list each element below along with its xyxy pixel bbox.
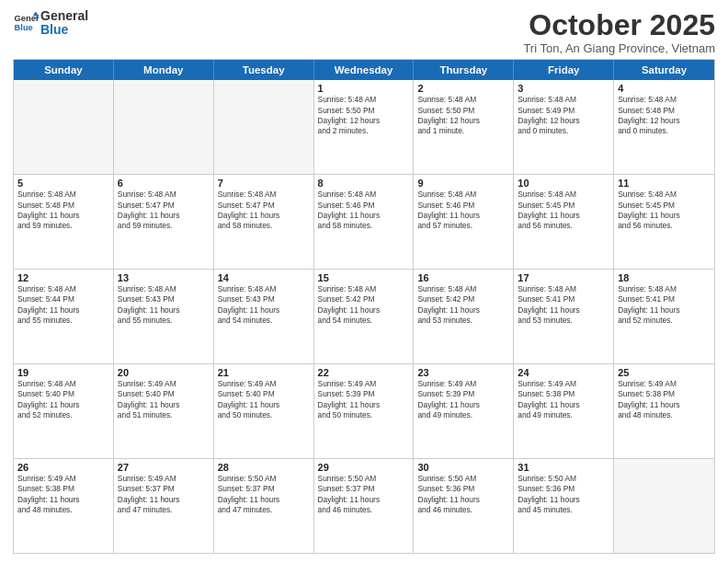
day-number: 5 [17,178,109,189]
header-day-tuesday: Tuesday [214,60,314,80]
calendar-cell: 15Sunrise: 5:48 AM Sunset: 5:42 PM Dayli… [314,270,415,363]
calendar-body: 1Sunrise: 5:48 AM Sunset: 5:50 PM Daylig… [14,80,714,553]
day-number: 18 [618,272,711,283]
day-details: Sunrise: 5:48 AM Sunset: 5:43 PM Dayligh… [218,284,310,326]
day-details: Sunrise: 5:48 AM Sunset: 5:48 PM Dayligh… [17,190,109,231]
day-number: 20 [118,367,210,378]
calendar-cell: 22Sunrise: 5:49 AM Sunset: 5:39 PM Dayli… [314,364,415,458]
day-details: Sunrise: 5:49 AM Sunset: 5:38 PM Dayligh… [518,379,609,420]
day-details: Sunrise: 5:49 AM Sunset: 5:40 PM Dayligh… [218,379,310,420]
location: Tri Ton, An Giang Province, Vietnam [523,41,715,55]
calendar-cell: 7Sunrise: 5:48 AM Sunset: 5:47 PM Daylig… [214,175,314,269]
calendar-cell: 17Sunrise: 5:48 AM Sunset: 5:41 PM Dayli… [514,270,614,363]
day-details: Sunrise: 5:50 AM Sunset: 5:36 PM Dayligh… [518,474,609,515]
day-number: 7 [218,178,310,189]
day-details: Sunrise: 5:48 AM Sunset: 5:45 PM Dayligh… [518,190,609,231]
calendar-cell: 4Sunrise: 5:48 AM Sunset: 5:48 PM Daylig… [614,80,714,174]
day-details: Sunrise: 5:48 AM Sunset: 5:41 PM Dayligh… [618,284,711,326]
day-details: Sunrise: 5:50 AM Sunset: 5:36 PM Dayligh… [417,474,509,515]
calendar-cell: 31Sunrise: 5:50 AM Sunset: 5:36 PM Dayli… [514,459,614,553]
day-details: Sunrise: 5:49 AM Sunset: 5:39 PM Dayligh… [417,379,509,420]
day-number: 13 [118,272,210,283]
day-details: Sunrise: 5:48 AM Sunset: 5:43 PM Dayligh… [118,284,210,326]
header-day-monday: Monday [114,60,214,80]
month-title: October 2025 [523,9,715,41]
day-number: 17 [518,272,609,283]
day-details: Sunrise: 5:48 AM Sunset: 5:46 PM Dayligh… [318,190,410,231]
day-number: 27 [118,462,210,473]
calendar-cell: 29Sunrise: 5:50 AM Sunset: 5:37 PM Dayli… [314,459,415,553]
logo-icon: General Blue [13,10,39,36]
calendar-cell: 1Sunrise: 5:48 AM Sunset: 5:50 PM Daylig… [314,80,415,174]
header-day-saturday: Saturday [614,60,714,80]
day-details: Sunrise: 5:48 AM Sunset: 5:50 PM Dayligh… [318,95,410,136]
day-number: 24 [518,367,609,378]
page: General Blue General Blue October 2025 T… [0,0,728,563]
calendar-cell: 8Sunrise: 5:48 AM Sunset: 5:46 PM Daylig… [314,175,415,269]
day-details: Sunrise: 5:49 AM Sunset: 5:40 PM Dayligh… [118,379,210,420]
logo-blue: Blue [40,23,88,37]
calendar-cell: 6Sunrise: 5:48 AM Sunset: 5:47 PM Daylig… [114,175,214,269]
calendar-cell: 21Sunrise: 5:49 AM Sunset: 5:40 PM Dayli… [214,364,314,458]
day-number: 12 [17,272,109,283]
calendar-cell [14,80,114,174]
logo-general: General [40,9,88,23]
calendar-cell: 3Sunrise: 5:48 AM Sunset: 5:49 PM Daylig… [514,80,614,174]
day-number: 22 [318,367,410,378]
day-details: Sunrise: 5:48 AM Sunset: 5:47 PM Dayligh… [118,190,210,231]
calendar-cell [614,459,714,553]
day-number: 3 [518,83,609,94]
header-day-wednesday: Wednesday [314,60,415,80]
logo: General Blue General Blue [13,9,88,38]
day-details: Sunrise: 5:49 AM Sunset: 5:39 PM Dayligh… [318,379,410,420]
calendar-week-3: 12Sunrise: 5:48 AM Sunset: 5:44 PM Dayli… [14,269,714,363]
calendar-cell: 20Sunrise: 5:49 AM Sunset: 5:40 PM Dayli… [114,364,214,458]
calendar-cell: 10Sunrise: 5:48 AM Sunset: 5:45 PM Dayli… [514,175,614,269]
day-number: 26 [17,462,109,473]
day-number: 9 [417,178,509,189]
calendar-cell: 28Sunrise: 5:50 AM Sunset: 5:37 PM Dayli… [214,459,314,553]
svg-text:Blue: Blue [15,23,33,32]
day-number: 19 [17,367,109,378]
calendar-week-1: 1Sunrise: 5:48 AM Sunset: 5:50 PM Daylig… [14,80,714,174]
header: General Blue General Blue October 2025 T… [13,9,715,55]
calendar-cell: 24Sunrise: 5:49 AM Sunset: 5:38 PM Dayli… [514,364,614,458]
calendar-cell: 18Sunrise: 5:48 AM Sunset: 5:41 PM Dayli… [614,270,714,363]
calendar: SundayMondayTuesdayWednesdayThursdayFrid… [13,59,715,554]
day-details: Sunrise: 5:48 AM Sunset: 5:41 PM Dayligh… [518,284,609,326]
day-details: Sunrise: 5:48 AM Sunset: 5:48 PM Dayligh… [618,95,711,136]
calendar-cell: 27Sunrise: 5:49 AM Sunset: 5:37 PM Dayli… [114,459,214,553]
calendar-week-5: 26Sunrise: 5:49 AM Sunset: 5:38 PM Dayli… [14,458,714,553]
day-details: Sunrise: 5:50 AM Sunset: 5:37 PM Dayligh… [218,474,310,515]
calendar-cell: 19Sunrise: 5:48 AM Sunset: 5:40 PM Dayli… [14,364,114,458]
day-details: Sunrise: 5:49 AM Sunset: 5:37 PM Dayligh… [118,474,210,515]
day-details: Sunrise: 5:48 AM Sunset: 5:50 PM Dayligh… [417,95,509,136]
calendar-cell: 2Sunrise: 5:48 AM Sunset: 5:50 PM Daylig… [414,80,514,174]
day-number: 25 [618,367,711,378]
calendar-cell [214,80,314,174]
calendar-cell: 9Sunrise: 5:48 AM Sunset: 5:46 PM Daylig… [414,175,514,269]
header-day-thursday: Thursday [414,60,514,80]
day-number: 1 [318,83,410,94]
day-number: 10 [518,178,609,189]
day-number: 29 [318,462,410,473]
title-block: October 2025 Tri Ton, An Giang Province,… [523,9,715,55]
calendar-cell: 13Sunrise: 5:48 AM Sunset: 5:43 PM Dayli… [114,270,214,363]
day-number: 28 [218,462,310,473]
day-number: 11 [618,178,711,189]
day-details: Sunrise: 5:48 AM Sunset: 5:42 PM Dayligh… [318,284,410,326]
day-number: 30 [417,462,509,473]
day-details: Sunrise: 5:48 AM Sunset: 5:46 PM Dayligh… [417,190,509,231]
day-number: 14 [218,272,310,283]
day-number: 8 [318,178,410,189]
day-details: Sunrise: 5:49 AM Sunset: 5:38 PM Dayligh… [618,379,711,420]
calendar-cell: 16Sunrise: 5:48 AM Sunset: 5:42 PM Dayli… [414,270,514,363]
day-details: Sunrise: 5:48 AM Sunset: 5:42 PM Dayligh… [417,284,509,326]
day-details: Sunrise: 5:48 AM Sunset: 5:49 PM Dayligh… [518,95,609,136]
day-number: 2 [417,83,509,94]
calendar-cell: 25Sunrise: 5:49 AM Sunset: 5:38 PM Dayli… [614,364,714,458]
day-number: 31 [518,462,609,473]
calendar-cell: 26Sunrise: 5:49 AM Sunset: 5:38 PM Dayli… [14,459,114,553]
calendar-cell [114,80,214,174]
day-details: Sunrise: 5:48 AM Sunset: 5:44 PM Dayligh… [17,284,109,326]
